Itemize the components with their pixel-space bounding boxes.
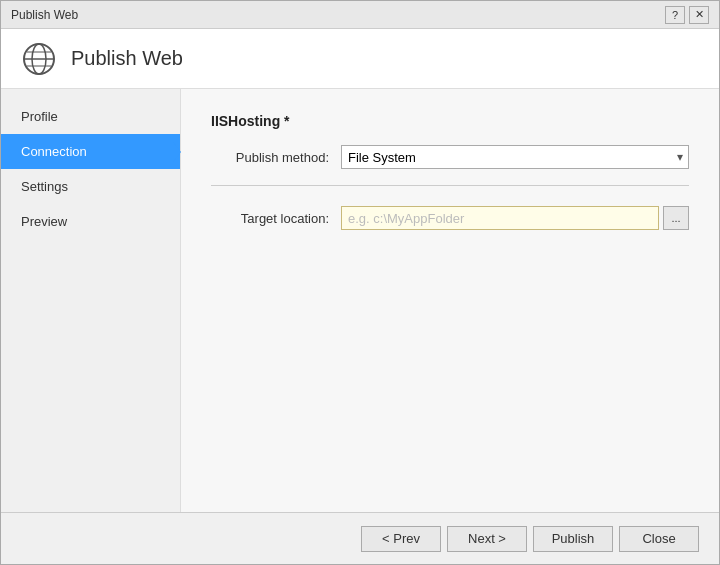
target-location-row: Target location: ... bbox=[211, 206, 689, 230]
title-bar: Publish Web ? ✕ bbox=[1, 1, 719, 29]
prev-button[interactable]: < Prev bbox=[361, 526, 441, 552]
footer: < Prev Next > Publish Close bbox=[1, 512, 719, 564]
next-button[interactable]: Next > bbox=[447, 526, 527, 552]
publish-method-select[interactable]: File System FTP Web Deploy Web Deploy Pa… bbox=[341, 145, 689, 169]
window-title: Publish Web bbox=[11, 8, 78, 22]
header-bar: Publish Web bbox=[1, 29, 719, 89]
globe-icon bbox=[21, 41, 57, 77]
publish-button[interactable]: Publish bbox=[533, 526, 613, 552]
sidebar-item-settings[interactable]: Settings bbox=[1, 169, 180, 204]
publish-method-label: Publish method: bbox=[211, 150, 341, 165]
help-button[interactable]: ? bbox=[665, 6, 685, 24]
close-window-button[interactable]: ✕ bbox=[689, 6, 709, 24]
publish-web-window: Publish Web ? ✕ Publish Web Profile Conn… bbox=[0, 0, 720, 565]
sidebar: Profile Connection Settings Preview bbox=[1, 89, 181, 512]
browse-button[interactable]: ... bbox=[663, 206, 689, 230]
divider bbox=[211, 185, 689, 186]
publish-method-control: File System FTP Web Deploy Web Deploy Pa… bbox=[341, 145, 689, 169]
title-bar-controls: ? ✕ bbox=[665, 6, 709, 24]
close-button[interactable]: Close bbox=[619, 526, 699, 552]
sidebar-item-connection[interactable]: Connection bbox=[1, 134, 180, 169]
section-title: IISHosting * bbox=[211, 113, 689, 129]
publish-method-row: Publish method: File System FTP Web Depl… bbox=[211, 145, 689, 169]
target-location-label: Target location: bbox=[211, 211, 341, 226]
sidebar-item-preview[interactable]: Preview bbox=[1, 204, 180, 239]
sidebar-item-profile[interactable]: Profile bbox=[1, 99, 180, 134]
content-area: Profile Connection Settings Preview IISH… bbox=[1, 89, 719, 512]
target-location-control: ... bbox=[341, 206, 689, 230]
header-title: Publish Web bbox=[71, 47, 183, 70]
target-location-input[interactable] bbox=[341, 206, 659, 230]
publish-method-select-wrapper: File System FTP Web Deploy Web Deploy Pa… bbox=[341, 145, 689, 169]
main-panel: IISHosting * Publish method: File System… bbox=[181, 89, 719, 512]
